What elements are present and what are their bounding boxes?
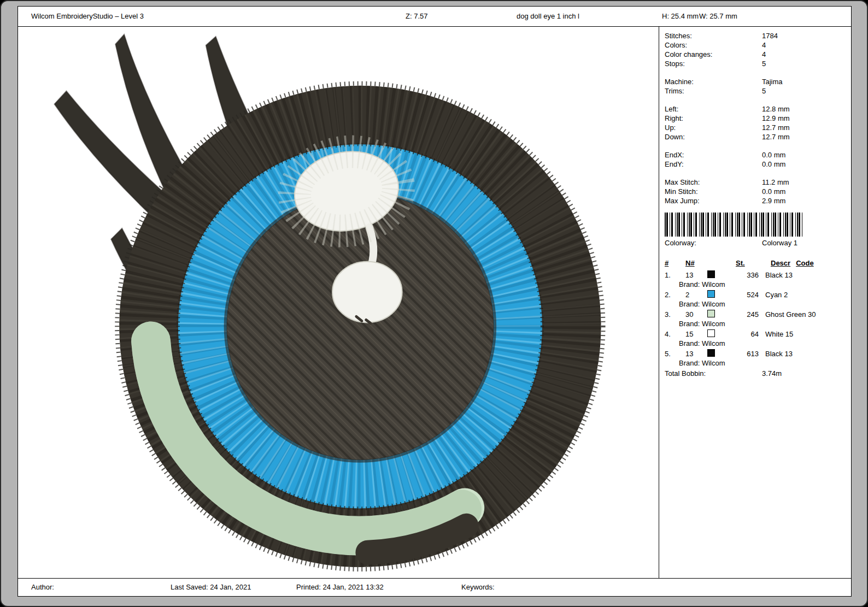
thread-row-index: 1. [665, 270, 685, 280]
stat-label: Color changes: [665, 50, 762, 59]
highlight-connector [370, 227, 373, 264]
stat-value: 2.9 mm [762, 196, 785, 205]
col-header-descr: Descr [771, 258, 790, 269]
thread-row-index: 2. [665, 290, 685, 299]
stat-value: Tajima [762, 77, 783, 86]
stat-row: EndY:0.0 mm [665, 160, 847, 169]
thread-row: 1. 13 336 Black 13 [665, 270, 847, 280]
zoom-level: Z: 7.57 [406, 12, 427, 20]
header-bar: Wilcom EmbroideryStudio – Level 3 Z: 7.5… [18, 7, 851, 27]
design-name: dog doll eye 1 inch l [517, 12, 579, 20]
col-header-num: # [665, 258, 685, 269]
stat-label: Trims: [665, 86, 762, 96]
stat-label: Colors: [665, 40, 762, 50]
thread-description: White 15 [765, 329, 793, 339]
thread-brand: Brand: Wilcom [665, 339, 847, 348]
stat-value: 5 [762, 59, 766, 68]
main-area: Stitches:1784 Colors:4 Color changes:4 S… [18, 27, 851, 578]
thread-table-header: # N# St. Descr Code [665, 258, 847, 269]
thread-row: 4. 15 64 White 15 [665, 329, 847, 339]
thread-color-swatch [707, 310, 715, 317]
stat-value: 5 [762, 86, 766, 96]
thread-stitch-count: 336 [736, 270, 759, 280]
stat-value: 0.0 mm [762, 160, 785, 169]
colorway-row: Colorway: Colorway 1 [665, 238, 847, 247]
thread-row-index: 4. [665, 329, 685, 339]
col-header-code: Code [796, 258, 814, 269]
stat-row: Color changes:4 [665, 50, 847, 59]
highlight-small [332, 262, 402, 323]
thread-description: Black 13 [765, 349, 793, 358]
stat-row: EndX:0.0 mm [665, 150, 847, 160]
design-height: H: 25.4 mm [662, 12, 699, 20]
barcode [665, 213, 802, 237]
stat-label: Machine: [665, 77, 762, 86]
stat-label: Stops: [665, 59, 762, 68]
stat-value: 11.2 mm [762, 178, 789, 187]
stat-label: Up: [665, 123, 762, 132]
app-title: Wilcom EmbroideryStudio – Level 3 [31, 12, 144, 20]
thread-number: 13 [685, 349, 707, 358]
stat-value: 12.7 mm [762, 132, 790, 142]
thread-stitch-count: 64 [736, 329, 759, 339]
stat-row: Stops:5 [665, 59, 847, 68]
stat-value: 4 [762, 50, 766, 59]
thread-number: 13 [685, 270, 707, 280]
colorway-value: Colorway 1 [762, 238, 797, 247]
thread-row-index: 5. [665, 349, 685, 358]
col-header-n: N# [685, 258, 736, 269]
thread-description: Ghost Green 30 [765, 310, 816, 319]
stat-label: Left: [665, 104, 762, 114]
print-preview-page: Wilcom EmbroideryStudio – Level 3 Z: 7.5… [17, 6, 852, 597]
thread-color-swatch [707, 270, 715, 278]
thread-description: Black 13 [765, 270, 793, 280]
author-label: Author: [31, 583, 54, 591]
thread-stitch-count: 524 [736, 290, 759, 299]
thread-row-index: 3. [665, 310, 685, 319]
stat-row: Colors:4 [665, 40, 847, 50]
thread-number: 2 [685, 290, 707, 299]
thread-description: Cyan 2 [765, 290, 788, 299]
stat-row: Stitches:1784 [665, 31, 847, 40]
design-width: W: 25.7 mm [699, 12, 737, 20]
stat-label: EndY: [665, 160, 762, 169]
thread-stitch-count: 245 [736, 310, 759, 319]
last-saved-label: Last Saved: 24 Jan, 2021 [171, 583, 251, 591]
thread-number: 30 [685, 310, 707, 319]
stat-label: Right: [665, 114, 762, 123]
thread-color-swatch [707, 329, 715, 337]
total-bobbin-row: Total Bobbin: 3.74m [665, 369, 847, 378]
stat-value: 12.7 mm [762, 123, 790, 132]
thread-color-swatch [707, 290, 715, 298]
stat-label: Max Jump: [665, 196, 762, 205]
thread-brand: Brand: Wilcom [665, 299, 847, 309]
stat-value: 0.0 mm [762, 150, 785, 160]
total-bobbin-label: Total Bobbin: [665, 369, 762, 378]
stat-value: 4 [762, 40, 766, 50]
thread-row: 3. 30 245 Ghost Green 30 [665, 310, 847, 319]
stat-row: Max Jump:2.9 mm [665, 196, 847, 205]
thread-brand: Brand: Wilcom [665, 319, 847, 328]
stat-row: Min Stitch:0.0 mm [665, 187, 847, 196]
thread-color-swatch [707, 349, 715, 357]
stat-row: Left:12.8 mm [665, 104, 847, 114]
thread-row: 2. 2 524 Cyan 2 [665, 290, 847, 299]
keywords-label: Keywords: [461, 583, 495, 591]
stat-label: Stitches: [665, 31, 762, 40]
stat-value: 12.9 mm [762, 114, 790, 123]
thread-row: 5. 13 613 Black 13 [665, 349, 847, 358]
stat-label: Min Stitch: [665, 187, 762, 196]
stat-row: Max Stitch:11.2 mm [665, 178, 847, 187]
thread-stitch-count: 613 [736, 349, 759, 358]
embroidery-design [18, 27, 659, 578]
thread-table: # N# St. Descr Code 1. 13 336 Black 13 B… [665, 258, 847, 378]
footer-bar: Author: Last Saved: 24 Jan, 2021 Printed… [18, 578, 851, 596]
stat-label: Max Stitch: [665, 178, 762, 187]
stat-value: 1784 [762, 31, 778, 40]
stat-label: Down: [665, 132, 762, 142]
stat-row: Right:12.9 mm [665, 114, 847, 123]
stat-row: Trims:5 [665, 86, 847, 96]
stat-value: 12.8 mm [762, 104, 790, 114]
colorway-label: Colorway: [665, 238, 762, 247]
stat-value: 0.0 mm [762, 187, 785, 196]
